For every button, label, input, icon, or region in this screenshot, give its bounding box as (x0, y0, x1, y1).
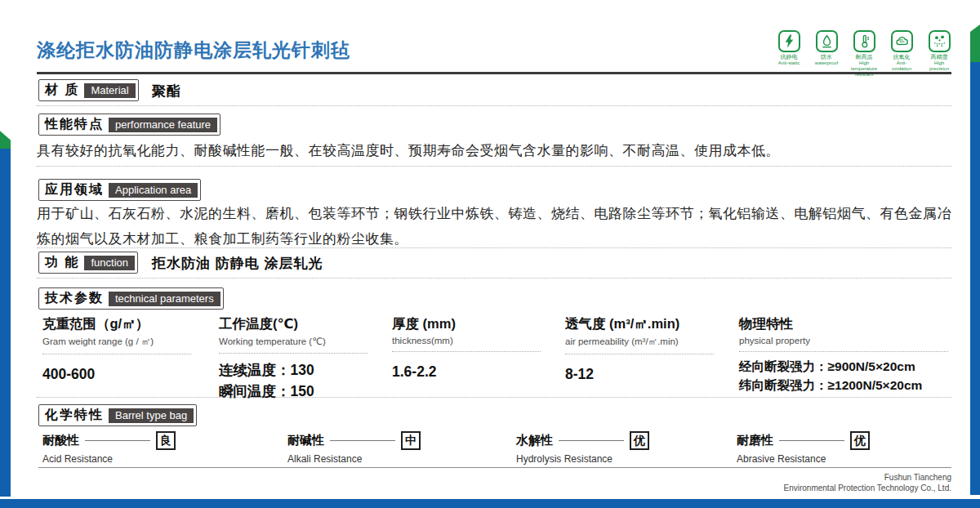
chem-name-en: Acid Resistance (42, 453, 176, 465)
section-label-performance: 性能特点 performance feature (38, 114, 220, 136)
function-value: 拒水防油 防静电 涂层轧光 (152, 254, 323, 273)
tech-col-gram-weight: 克重范围（g/㎡） Gram weight range (g / ㎡) 400-… (42, 315, 191, 383)
spec-sheet-page: 涤纶拒水防油防静电涂层轧光针刺毡 抗静电 Anti-static 防水 wate… (0, 0, 980, 508)
chem-rating-badge: 良 (156, 431, 176, 450)
tech-col-value2: 瞬间温度：150 (219, 381, 368, 401)
company-name-line1: Fushun Tiancheng (784, 472, 952, 483)
tech-col-value2: 纬向断裂强力：≥1200N/5×20cm (739, 377, 948, 394)
chem-item-acid-resistance: 耐酸性 良 Acid Resistance (42, 431, 176, 465)
svg-text:O₂: O₂ (899, 38, 905, 43)
section-label-cn: 应用领域 (45, 181, 104, 198)
tech-col-title-en: physical property (739, 336, 948, 345)
anti-static-icon (778, 30, 800, 52)
section-label-function: 功 能 function (38, 252, 138, 274)
icon-label-en: waterproof (812, 60, 841, 66)
dotted-divider (37, 105, 951, 106)
anti-oxidation-icon: O₂ (891, 30, 913, 52)
icon-label-en: Anti-oxidation (887, 60, 916, 72)
icon-label-cn: 防水 (812, 54, 841, 60)
chem-item-row: 耐酸性 良 (42, 431, 176, 450)
icon-label-cn: 抗静电 (774, 54, 804, 60)
section-label-en-badge: Barrel type bag (109, 408, 194, 423)
tech-col-physical-property: 物理特性 physical property 经向断裂强力：≥900N/5×20… (739, 315, 948, 394)
section-label-application: 应用领域 Application area (38, 179, 201, 201)
chem-item-row: 水解性 优 (516, 431, 649, 450)
section-label-en-badge: technical parameters (109, 292, 220, 306)
tech-col-dotted-rule (392, 351, 541, 352)
section-label-en-badge: performance feature (109, 118, 217, 132)
section-label-technical: 技术参数 technical parameters (38, 287, 224, 310)
chem-item-alkali-resistance: 耐碱性 中 Alkali Resistance (287, 431, 421, 465)
tech-col-title-cn: 厚度 (mm) (392, 315, 541, 333)
certification-icon-strip: 抗静电 Anti-static 防水 waterproof 耐高温 (774, 30, 954, 78)
tech-col-title-cn: 工作温度(℃) (219, 315, 368, 333)
left-edge-blue-bar (0, 149, 11, 497)
right-edge-blue-bar (970, 62, 980, 495)
tech-col-dotted-rule (219, 353, 368, 354)
icon-cell-high-precision: 高精度 High precision (924, 30, 954, 78)
tech-col-working-temperature: 工作温度(℃) Working temperature (℃) 连续温度：130… (219, 315, 368, 401)
chem-connector-line (330, 440, 395, 441)
tech-col-value: 连续温度：130 (219, 360, 368, 380)
right-edge-green-accent (970, 25, 980, 65)
chem-item-hydrolysis-resistance: 水解性 优 Hydrolysis Resistance (516, 431, 649, 465)
chem-name-cn: 耐碱性 (287, 433, 324, 448)
tech-col-dotted-rule (42, 354, 191, 354)
chem-name-en: Abrasive Resistance (737, 453, 870, 465)
chem-name-cn: 耐酸性 (42, 433, 79, 448)
section-label-cn: 功 能 (45, 254, 79, 271)
chem-connector-line (779, 440, 844, 441)
material-value: 聚酯 (152, 82, 181, 100)
icon-label-cn: 高精度 (924, 54, 954, 60)
tech-col-air-permeability: 透气度 (m³/㎡.min) air permeability (m³/㎡.mi… (565, 315, 714, 383)
tech-col-title-cn: 物理特性 (739, 315, 948, 333)
bottom-blue-bar (0, 499, 980, 508)
chem-rating-badge: 优 (850, 431, 870, 450)
company-footer: Fushun Tiancheng Environmental Protectio… (784, 472, 952, 493)
section-label-en-badge: function (84, 256, 135, 270)
waterproof-icon (816, 30, 838, 52)
tech-col-value: 1.6-2.2 (392, 363, 541, 381)
page-title: 涤纶拒水防油防静电涂层轧光针刺毡 (37, 38, 350, 63)
footer-divider (38, 467, 951, 468)
section-label-cn: 化学特性 (45, 407, 104, 424)
section-label-material: 材 质 Material (38, 79, 139, 101)
chem-connector-line (85, 440, 150, 441)
tech-col-title-cn: 透气度 (m³/㎡.min) (565, 315, 714, 333)
performance-text: 具有较好的抗氧化能力、耐酸碱性能一般、在较高温度时、预期寿命会受烟气含水量的影响… (37, 139, 953, 163)
high-precision-icon (929, 30, 951, 52)
tech-col-title-en: Gram weight range (g / ㎡) (42, 336, 191, 348)
tech-col-title-en: Working temperature (℃) (219, 336, 368, 347)
icon-label-cn: 耐高温 (849, 54, 879, 60)
high-temperature-icon (853, 30, 875, 52)
icon-label-en: Anti-static (774, 60, 804, 66)
tech-col-title-cn: 克重范围（g/㎡） (42, 315, 191, 333)
tech-col-value: 400-600 (42, 366, 191, 383)
chem-rating-badge: 优 (630, 431, 649, 450)
dotted-divider (37, 166, 951, 167)
chem-connector-line (559, 440, 624, 441)
chem-name-cn: 耐磨性 (737, 433, 773, 448)
tech-col-dotted-rule (739, 351, 948, 352)
chem-name-en: Alkali Resistance (287, 453, 421, 465)
section-label-en-badge: Application area (109, 183, 198, 198)
section-label-en-badge: Material (84, 83, 135, 98)
dotted-divider (37, 397, 951, 398)
icon-label-en: High precision (924, 60, 954, 72)
tech-col-title-en: thickness(mm) (392, 336, 541, 345)
tech-col-thickness: 厚度 (mm) thickness(mm) 1.6-2.2 (392, 315, 541, 381)
chem-name-cn: 水解性 (516, 433, 553, 448)
chem-item-row: 耐碱性 中 (287, 431, 421, 450)
chem-name-en: Hydrolysis Resistance (516, 453, 649, 465)
section-label-cn: 技术参数 (45, 290, 104, 307)
icon-cell-anti-oxidation: O₂ 抗氧化 Anti-oxidation (887, 30, 916, 78)
dotted-divider (37, 278, 951, 279)
icon-label-en: High temperature resistant (849, 60, 879, 78)
section-label-chemical: 化学特性 Barrel type bag (38, 404, 197, 426)
chem-item-row: 耐磨性 优 (737, 431, 870, 450)
header-divider (37, 72, 951, 74)
chem-item-abrasive-resistance: 耐磨性 优 Abrasive Resistance (737, 431, 870, 465)
application-text: 用于矿山、石灰石粉、水泥的生料、磨机、包装等环节；钢铁行业中炼铁、铸造、烧结、电… (37, 201, 953, 252)
chem-rating-badge: 中 (401, 431, 421, 450)
icon-label-cn: 抗氧化 (887, 54, 916, 60)
